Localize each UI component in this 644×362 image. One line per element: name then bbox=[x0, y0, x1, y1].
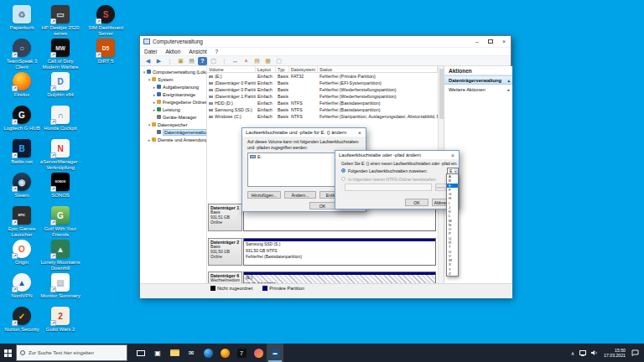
column-header-dateisystem[interactable]: Dateisystem bbox=[289, 66, 318, 72]
menu-item-aktion[interactable]: Aktion bbox=[161, 49, 184, 54]
maximize-button[interactable] bbox=[484, 36, 497, 47]
desktop-icon-golf-friends[interactable]: G↗Golf With Your Friends bbox=[39, 206, 82, 238]
volume-row[interactable]: (Datenträger 0 Partition 4)EinfachBasisF… bbox=[207, 86, 438, 93]
menu-item-datei[interactable]: Datei bbox=[140, 49, 161, 54]
collapse-icon[interactable]: ▴ bbox=[507, 78, 510, 83]
column-header-volume[interactable]: Volume bbox=[207, 66, 256, 72]
open-folder-icon[interactable]: ▦ bbox=[263, 57, 273, 65]
help-icon[interactable]: ? bbox=[198, 57, 207, 65]
network-icon[interactable] bbox=[579, 350, 586, 356]
taskbar-app-mail[interactable]: ✉ bbox=[183, 344, 200, 362]
new-window-icon[interactable]: ▢ bbox=[274, 57, 283, 65]
menu-item-ansicht[interactable]: Ansicht bbox=[184, 49, 210, 54]
forward-icon[interactable]: ▶ bbox=[154, 57, 164, 65]
desktop-icon-sonos[interactable]: SONOS↗SONOS bbox=[39, 173, 82, 199]
volume-row[interactable]: (Datenträger 0 Partition 1)EinfachBasisF… bbox=[207, 80, 438, 86]
volume-row[interactable]: HDD (D:)EinfachBasisNTFSFehlerfrei (Basi… bbox=[207, 100, 438, 106]
desktop-icon-hp-deskjet[interactable]: ▭↗HP Deskjet 3520 series bbox=[39, 5, 82, 37]
taskbar-app-task-view[interactable] bbox=[132, 344, 149, 362]
taskbar-app-paint-app[interactable] bbox=[250, 344, 267, 362]
tree-item-system[interactable]: ▾System bbox=[140, 75, 206, 83]
tree-item-computerverwaltung-lokal-[interactable]: ▾Computerverwaltung (Lokal) bbox=[140, 68, 206, 75]
desktop-icon-steam[interactable]: ◉↗Steam bbox=[0, 173, 44, 199]
column-header-layout[interactable]: Layout bbox=[256, 66, 276, 72]
dialog1-ok-button[interactable]: OK bbox=[309, 202, 335, 209]
taskbar-app-firefox[interactable] bbox=[216, 344, 233, 362]
desktop-icon-sim-dashboard-server[interactable]: S↗SIM Dashboard Server bbox=[84, 5, 127, 37]
taskbar-app-store[interactable]: ▣ bbox=[149, 344, 166, 362]
export-list-icon[interactable]: ▤ bbox=[187, 57, 196, 65]
menu-item-help[interactable]: ? bbox=[211, 49, 223, 54]
desktop-icon-gw2[interactable]: 2↗Guild Wars 2 bbox=[39, 307, 82, 333]
dialog1-close-icon[interactable]: × bbox=[354, 130, 366, 136]
tree-item-leistung[interactable]: ▸Leistung bbox=[140, 106, 206, 113]
desktop-icon-teamspeak[interactable]: ○↗TeamSpeak 3 Client bbox=[0, 39, 44, 70]
extend-volume-icon[interactable]: ↔ bbox=[231, 57, 240, 65]
taskbar-clock[interactable]: 15:50 17.03.2021 bbox=[604, 348, 626, 358]
notification-center-icon[interactable] bbox=[631, 349, 639, 356]
desktop-icon-cockpit[interactable]: ∩↗Honda Cockpit bbox=[39, 106, 82, 132]
desktop-icon-norton[interactable]: ✓↗Norton Security bbox=[0, 307, 44, 333]
mount-folder-radio[interactable] bbox=[341, 177, 345, 181]
volume-row[interactable]: Samsung SSD (S:)EinfachBasisNTFSFehlerfr… bbox=[207, 106, 438, 113]
more-actions-item[interactable]: Weitere Aktionen ▸ bbox=[444, 85, 512, 94]
dialog1-titlebar[interactable]: Laufwerkbuchstabe und -pfade für E: () ä… bbox=[242, 128, 366, 137]
desktop-icon-recycle-bin[interactable]: ♻Papierkorb bbox=[0, 5, 44, 31]
close-button[interactable]: × bbox=[497, 36, 511, 47]
tree-item-dienste-und-anwendungen[interactable]: ▸Dienste und Anwendungen bbox=[140, 136, 206, 143]
disk-header[interactable]: Datenträger 6Wechselmedium28,65 GBOnline bbox=[208, 272, 242, 283]
dialog2-titlebar[interactable]: Laufwerkbuchstabe oder -pfad ändern × bbox=[335, 151, 459, 159]
delete-volume-icon[interactable]: × bbox=[242, 57, 251, 65]
taskbar-search-input[interactable]: Zur Suche Text hier eingeben bbox=[16, 344, 127, 361]
disk-header[interactable]: Datenträger 1Basis931,51 GBOnline bbox=[208, 204, 242, 231]
volume-row[interactable]: Windows (C:)EinfachBasisNTFSFehlerfrei (… bbox=[207, 113, 438, 120]
drive-letter-option-z[interactable]: Z bbox=[447, 272, 458, 276]
taskbar-app-edge[interactable] bbox=[200, 344, 216, 362]
desktop-icon-nordvpn[interactable]: ▲↗NordVPN bbox=[0, 273, 44, 299]
desktop-icon-monitor-summary[interactable]: ▤↗Monitor Summary bbox=[39, 273, 82, 299]
add-button[interactable]: Hinzufügen... bbox=[247, 191, 281, 199]
taskbar-app-computer-management[interactable]: ▬ bbox=[267, 344, 283, 362]
start-button[interactable] bbox=[0, 344, 16, 362]
volume-row[interactable]: (Datenträger 1 Partition 2)EinfachBasisF… bbox=[207, 93, 438, 100]
desktop-icon-aservermanager[interactable]: N↗aServerManager - Verknüpfung bbox=[39, 139, 82, 171]
disk-header[interactable]: Datenträger 2Basis931,50 GBOnline bbox=[208, 238, 242, 266]
tree-item-datenträgerverwaltung[interactable]: Datenträgerverwaltung bbox=[140, 128, 206, 136]
tree-item-geräte-manager[interactable]: Geräte-Manager bbox=[140, 113, 206, 121]
desktop-icon-cod-mw[interactable]: MW↗Call of Duty Modern Warfare bbox=[39, 39, 82, 70]
volume-icon[interactable] bbox=[591, 349, 598, 356]
taskbar-app-dark-app[interactable]: 7 bbox=[233, 344, 250, 362]
tree-item-freigegebene-ordner[interactable]: ▸Freigegebene Ordner bbox=[140, 98, 206, 106]
assign-letter-radio[interactable] bbox=[341, 168, 345, 173]
desktop-icon-battlenet[interactable]: B↗Battle.net bbox=[0, 139, 44, 165]
back-icon[interactable]: ◀ bbox=[143, 57, 153, 65]
properties-icon[interactable]: ▤ bbox=[252, 57, 262, 65]
tray-chevron-icon[interactable]: ∧ bbox=[571, 350, 574, 356]
desktop-icon-firefox[interactable]: ↗Firefox bbox=[0, 72, 44, 98]
drive-letter-dropdown[interactable]: ABEFGHIJKLMNOPQRTUVWXYZ bbox=[446, 173, 459, 277]
desktop-icon-epic-games[interactable]: EPIC↗Epic Games Launcher bbox=[0, 206, 44, 238]
column-header-typ[interactable]: Typ bbox=[276, 66, 289, 72]
show-console-tree-icon[interactable]: ▣ bbox=[176, 57, 185, 65]
tree-item-ereignisanzeige[interactable]: ▸Ereignisanzeige bbox=[140, 90, 206, 98]
minimize-button[interactable]: – bbox=[470, 36, 484, 47]
desktop-icon-ghub[interactable]: G↗Logitech G HUB bbox=[0, 106, 44, 132]
actions-group-disk-management[interactable]: Datenträgerverwaltung ▴ bbox=[444, 75, 512, 85]
desktop-icon-lonely-mountains[interactable]: ▲↗Lonely Mountains Downhill bbox=[39, 240, 82, 272]
window-titlebar[interactable]: Computerverwaltung – × bbox=[140, 36, 511, 48]
dialog2-close-icon[interactable]: × bbox=[447, 153, 459, 158]
ntfs-folder-input[interactable] bbox=[345, 184, 432, 191]
change-button[interactable]: Ändern... bbox=[284, 191, 316, 199]
column-header-status[interactable]: Status bbox=[318, 66, 438, 72]
partition-block[interactable]: (E:)28,65 GB FAT32Fehlerfrei (Primäre Pa… bbox=[243, 272, 436, 283]
dialog2-ok-button[interactable]: OK bbox=[405, 199, 428, 206]
console-window-icon[interactable]: ▢ bbox=[209, 57, 218, 65]
desktop-icon-dolphin[interactable]: D↗Dolphin x64 bbox=[39, 72, 82, 98]
volume-row[interactable]: (E:)EinfachBasisFAT32Fehlerfrei (Primäre… bbox=[207, 73, 438, 80]
tree-item-aufgabenplanung[interactable]: ▸Aufgabenplanung bbox=[140, 83, 206, 90]
desktop-icon-dirt5[interactable]: D5↗DiRT 5 bbox=[84, 39, 127, 65]
taskbar-app-file-explorer[interactable] bbox=[166, 344, 183, 362]
partition-block[interactable]: Samsung SSD (S:)931,50 GB NTFSFehlerfrei… bbox=[243, 238, 436, 266]
tree-item-datenspeicher[interactable]: ▾Datenspeicher bbox=[140, 121, 206, 128]
desktop-icon-origin[interactable]: O↗Origin bbox=[0, 240, 44, 266]
